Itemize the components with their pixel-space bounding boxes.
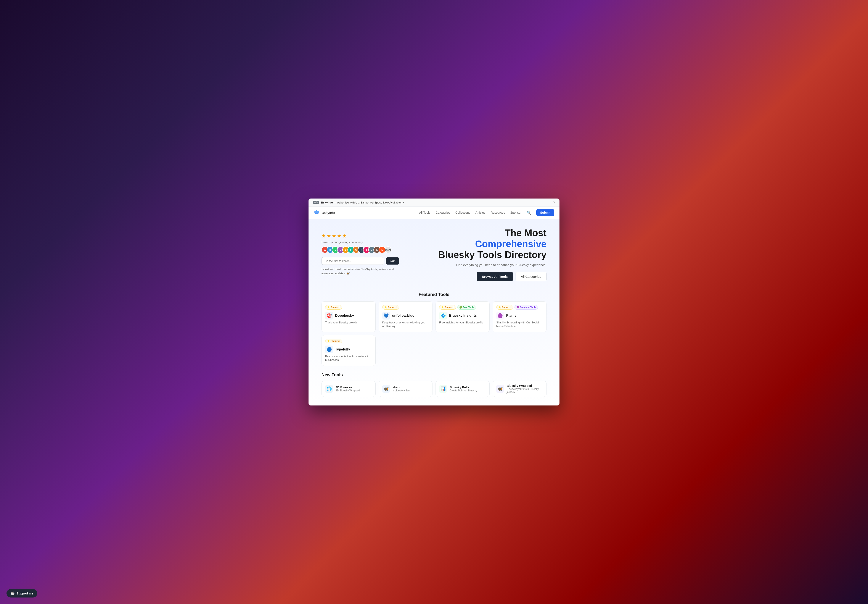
insights-desc: Free Insights for your Bluesky profile — [439, 321, 486, 325]
bluesky-polls-desc: Create Polls on Bluesky — [450, 389, 477, 392]
nav-categories[interactable]: Categories — [436, 211, 450, 214]
dopplersky-header: 🎯 Dopplersky — [325, 312, 372, 320]
hero-title-line1: The Most — [505, 228, 547, 238]
hero-title: The Most Comprehensive Bluesky Tools Dir… — [408, 228, 547, 261]
tool-card-unfollowblue[interactable]: ⭐ Featured 💙 unfollow.blue Keep track of… — [378, 301, 433, 332]
nav-links: All Tools Categories Collections Article… — [339, 209, 554, 216]
coffee-icon: ☕ — [10, 591, 15, 595]
search-button[interactable]: 🔍 — [527, 211, 531, 215]
browser-window: AD BskyInfo — Advertise with Us: Banner … — [308, 199, 560, 405]
unfollowblue-header: 💙 unfollow.blue — [382, 312, 429, 320]
banner-text: BskyInfo — Advertise with Us: Banner Ad … — [321, 201, 551, 204]
3dbluesky-info: 3D Bluesky 3D Bluesky Wrapped — [336, 385, 360, 392]
typefully-icon: 🔵 — [325, 346, 333, 353]
banner-message: — Advertise with Us: Banner Ad Space Now… — [333, 201, 401, 204]
hero-subtitle: Find everything you need to enhance your… — [408, 263, 547, 267]
tool-card-typefully[interactable]: ⭐ Featured 🔵 Typefully Best social media… — [321, 335, 375, 366]
submit-button[interactable]: Submit — [536, 209, 554, 216]
akari-info: akari a bluesky client — [393, 385, 411, 392]
hero-title-highlight: Comprehensive — [475, 239, 547, 249]
support-label: Support me — [16, 592, 33, 595]
nav-sponsor[interactable]: Sponsor — [510, 211, 521, 214]
nav-resources[interactable]: Resources — [490, 211, 505, 214]
bluesky-polls-name: Bluesky Polls — [450, 385, 477, 389]
3dbluesky-desc: 3D Bluesky Wrapped — [336, 389, 360, 392]
dopplersky-desc: Track your Bluesky growth — [325, 321, 372, 325]
email-input[interactable] — [321, 257, 384, 265]
star-5: ★ — [342, 233, 347, 239]
bluesky-wrapped-icon: 🦋 — [496, 385, 504, 393]
new-tools-grid: 🌐 3D Bluesky 3D Bluesky Wrapped 🦋 akari … — [321, 381, 547, 397]
hero-buttons: Browse All Tools All Categories — [408, 272, 547, 281]
butterfly-icon — [314, 210, 320, 216]
bluesky-wrapped-info: Bluesky Wrapped Discover your 2024 Blues… — [507, 384, 543, 394]
navbar: BskyInfo All Tools Categories Collection… — [308, 207, 560, 219]
hero-right: The Most Comprehensive Bluesky Tools Dir… — [408, 228, 547, 281]
badge-featured-5: ⭐ Featured — [325, 339, 342, 343]
star-3: ★ — [332, 233, 336, 239]
nav-articles[interactable]: Articles — [476, 211, 485, 214]
insights-icon: 💠 — [439, 312, 447, 320]
external-link-icon: ↗ — [402, 201, 405, 204]
dopplersky-icon: 🎯 — [325, 312, 333, 320]
planly-badges: ⭐ Featured 💜 Premium Tools — [496, 305, 543, 310]
star-4: ★ — [337, 233, 341, 239]
avatars-row: A B C D E F G H I J K L More — [321, 246, 399, 253]
new-tools-title: New Tools — [321, 373, 547, 377]
typefully-badges: ⭐ Featured — [325, 339, 372, 343]
badge-featured: ⭐ Featured — [325, 305, 342, 310]
tool-card-dopplersky[interactable]: ⭐ Featured 🎯 Dopplersky Track your Blues… — [321, 301, 375, 332]
dopplersky-badges: ⭐ Featured — [325, 305, 372, 310]
more-badge: More — [385, 246, 392, 253]
bluesky-polls-info: Bluesky Polls Create Polls on Bluesky — [450, 385, 477, 392]
bluesky-wrapped-desc: Discover your 2024 Bluesky journey — [507, 388, 543, 394]
nav-all-tools[interactable]: All Tools — [419, 211, 430, 214]
planly-icon: 🟣 — [496, 312, 504, 320]
brand-name: BskyInfo — [321, 211, 335, 214]
browse-all-tools-button[interactable]: Browse All Tools — [477, 272, 513, 281]
join-button[interactable]: Join — [386, 258, 399, 264]
insights-name: Bluesky Insights — [449, 314, 477, 318]
badge-free: 🟢 Free Tools — [457, 305, 476, 310]
bluesky-wrapped-name: Bluesky Wrapped — [507, 384, 543, 388]
all-categories-button[interactable]: All Categories — [516, 272, 547, 281]
tool-card-insights[interactable]: ⭐ Featured 🟢 Free Tools 💠 Bluesky Insigh… — [436, 301, 490, 332]
loved-text: Loved by our growing community — [321, 241, 399, 244]
star-2: ★ — [327, 233, 331, 239]
unfollowblue-name: unfollow.blue — [392, 314, 414, 318]
insights-header: 💠 Bluesky Insights — [439, 312, 486, 320]
tool-card-planly[interactable]: ⭐ Featured 💜 Premium Tools 🟣 Planly Simp… — [493, 301, 547, 332]
hero-left: ★ ★ ★ ★ ★ Loved by our growing community… — [321, 233, 399, 276]
unfollowblue-desc: Keep track of who's unfollowing you on B… — [382, 321, 429, 328]
hero-desc: Latest and most comprehensive BlueSky to… — [321, 267, 399, 276]
nav-collections[interactable]: Collections — [456, 211, 470, 214]
new-tools-section: New Tools 🌐 3D Bluesky 3D Bluesky Wrappe… — [321, 373, 547, 397]
typefully-name: Typefully — [335, 348, 350, 351]
typefully-desc: Best social media tool for creators & bu… — [325, 355, 372, 362]
new-tool-bluesky-wrapped[interactable]: 🦋 Bluesky Wrapped Discover your 2024 Blu… — [493, 381, 547, 397]
unfollowblue-icon: 💙 — [382, 312, 390, 320]
stars-row: ★ ★ ★ ★ ★ — [321, 233, 399, 239]
planly-header: 🟣 Planly — [496, 312, 543, 320]
new-tool-3dbluesky[interactable]: 🌐 3D Bluesky 3D Bluesky Wrapped — [321, 381, 375, 397]
new-tool-bluesky-polls[interactable]: 📊 Bluesky Polls Create Polls on Bluesky — [436, 381, 490, 397]
main-content: ★ ★ ★ ★ ★ Loved by our growing community… — [308, 219, 560, 405]
insights-badges: ⭐ Featured 🟢 Free Tools — [439, 305, 486, 310]
star-1: ★ — [321, 233, 326, 239]
brand-logo-link[interactable]: BskyInfo — [314, 210, 335, 216]
support-me-button[interactable]: ☕ Support me — [6, 589, 37, 598]
typefully-header: 🔵 Typefully — [325, 346, 372, 353]
featured-tools-grid: ⭐ Featured 🎯 Dopplersky Track your Blues… — [321, 301, 547, 332]
badge-featured-2: ⭐ Featured — [382, 305, 399, 310]
ad-badge: AD — [313, 201, 319, 204]
new-tool-akari[interactable]: 🦋 akari a bluesky client — [378, 381, 433, 397]
unfollowblue-badges: ⭐ Featured — [382, 305, 429, 310]
3dbluesky-name: 3D Bluesky — [336, 385, 360, 389]
email-row: Join — [321, 257, 399, 265]
hero-title-line2: Bluesky Tools Directory — [438, 249, 547, 260]
banner-close-button[interactable]: × — [553, 201, 555, 204]
dopplersky-name: Dopplersky — [335, 314, 354, 318]
featured-tools-row2: ⭐ Featured 🔵 Typefully Best social media… — [321, 335, 547, 366]
hero-section: ★ ★ ★ ★ ★ Loved by our growing community… — [321, 228, 547, 281]
akari-icon: 🦋 — [382, 385, 390, 393]
